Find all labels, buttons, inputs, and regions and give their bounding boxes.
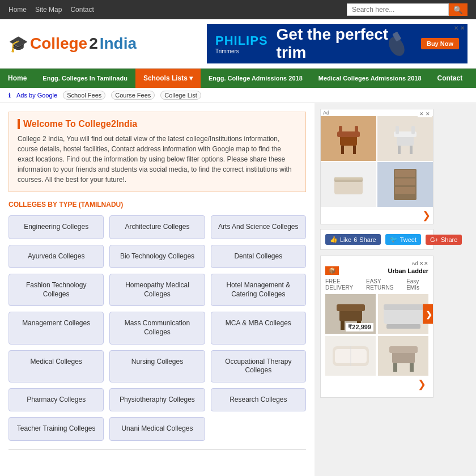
college-btn-medical[interactable]: Medical Colleges (8, 350, 104, 382)
search-input[interactable] (347, 3, 449, 16)
college-btn-hotel-mgmt[interactable]: Hotel Management & Catering Colleges (211, 274, 306, 306)
college-btn-nursing[interactable]: Nursing Colleges (109, 350, 205, 382)
chair2-icon (381, 338, 426, 375)
orange-arrow-icon: ❯ (321, 207, 433, 224)
top-bar: Home Site Map Contact 🔍 (0, 0, 476, 19)
college-btn-unani[interactable]: Unani Medical Colleges (109, 417, 205, 441)
shaver-icon (382, 29, 411, 58)
section-title: COLLEGES BY TYPE (TAMILNADU) (8, 201, 306, 209)
pillow-icon (328, 338, 373, 375)
twitter-icon: 🐦 (390, 236, 398, 243)
college-btn-architecture[interactable]: Architecture Colleges (109, 215, 205, 239)
topbar-contact[interactable]: Contact (70, 6, 94, 14)
ads-by-google-label: Ads by Google (16, 92, 57, 99)
ad-tagline: Trimmers (215, 48, 268, 54)
content-divider (8, 449, 306, 450)
svg-rect-16 (334, 177, 363, 180)
ad-close-icon[interactable]: ✕ ✕ (454, 25, 465, 31)
svg-rect-7 (355, 126, 358, 134)
college-btn-arts-science[interactable]: Arts And Science Colleges (211, 215, 306, 239)
social-buttons: 👍 Like 6 Share 🐦 Tweet G+ Share (320, 229, 434, 250)
top-bar-nav[interactable]: Home Site Map Contact (8, 6, 94, 14)
svg-rect-20 (395, 187, 415, 194)
college-btn-ayurveda[interactable]: Ayurveda Colleges (8, 245, 104, 269)
nav-medical-admissions[interactable]: Medical Colleges Admissions 2018 (311, 69, 430, 87)
furniture-items-grid: ₹22,999 ❯ (325, 294, 428, 334)
nav-contact[interactable]: Contact (430, 69, 471, 88)
ad-brand-area: PHILIPS Trimmers (215, 33, 268, 54)
chair-light (377, 116, 433, 161)
share-label: Share (359, 236, 376, 243)
furniture-mattress-item: ❯ (378, 294, 428, 334)
college-btn-teacher-training[interactable]: Teacher Training Colleges (8, 417, 104, 441)
college-btn-empty (211, 417, 306, 441)
svg-rect-26 (384, 304, 423, 310)
topbar-sitemap[interactable]: Site Map (35, 6, 62, 14)
college-btn-physiotherapy[interactable]: Physiotheraphy Colleges (109, 388, 205, 412)
college-btn-biotech[interactable]: Bio Technology Colleges (109, 245, 205, 269)
furniture-ad-container: Ad ✕✕ (325, 261, 428, 266)
nav-schools-lists[interactable]: Schools Lists ▾ (135, 69, 201, 88)
ads-by-google-icon: ℹ (8, 92, 11, 99)
main-layout: Welcome To College2India College 2 India… (0, 103, 476, 476)
mattress-item (321, 162, 376, 207)
college-btn-research[interactable]: Research Colleges (211, 388, 306, 412)
nav-home[interactable]: Home (0, 69, 35, 88)
svg-rect-23 (341, 321, 345, 330)
price-tag: ₹22,999 (346, 323, 373, 332)
college-btn-mass-comm[interactable]: Mass Communication Colleges (109, 312, 205, 344)
chair-brown (321, 116, 376, 161)
svg-rect-11 (410, 146, 413, 154)
nav-engg-admissions[interactable]: Engg. College Admissions 2018 (201, 69, 311, 87)
welcome-title: Welcome To College2India (18, 119, 297, 129)
college-btn-pharmacy[interactable]: Pharmacy Colleges (8, 388, 104, 412)
svg-rect-33 (393, 363, 397, 372)
facebook-like-button[interactable]: 👍 Like 6 Share (325, 234, 381, 245)
furniture-chair-item: ₹22,999 (325, 294, 376, 334)
course-fees-tag[interactable]: Course Fees (111, 91, 155, 100)
ad-cta-button[interactable]: Buy Now (421, 38, 459, 49)
college-btn-management[interactable]: Management Colleges (8, 312, 104, 344)
svg-rect-22 (337, 304, 365, 311)
chairs-grid (321, 116, 433, 207)
tweet-label: Tweet (400, 236, 416, 243)
footer-space (8, 458, 306, 476)
school-fees-tag[interactable]: School Fees (63, 91, 105, 100)
ads-bar: ℹ Ads by Google School Fees Course Fees … (0, 88, 476, 103)
gplus-share-button[interactable]: G+ Share (426, 235, 462, 245)
colleges-section: COLLEGES BY TYPE (TAMILNADU) Engineering… (8, 201, 306, 441)
furniture-features: FREE DELIVERY EASY RETURNS Easy EMIs (325, 278, 428, 291)
sidebar-ad-chairs: ✕ ✕ Ad (320, 109, 434, 224)
thumb-up-icon: 👍 (330, 236, 338, 243)
logo: 🎓 College 2 India (8, 35, 137, 53)
topbar-home[interactable]: Home (8, 6, 27, 14)
ad-brand: PHILIPS (215, 33, 268, 48)
college-btn-dental[interactable]: Dental Colleges (211, 245, 306, 269)
college-btn-engineering[interactable]: Engineering Colleges (8, 215, 104, 239)
twitter-tweet-button[interactable]: 🐦 Tweet (385, 234, 421, 245)
ad-close-chairs[interactable]: ✕ ✕ (418, 110, 432, 117)
furniture-arrow-icon: ❯ (325, 376, 428, 393)
like-count: 6 (354, 236, 357, 243)
sidebar: ✕ ✕ Ad (314, 103, 439, 476)
logo-india: India (100, 35, 137, 53)
colleges-grid: Engineering Colleges Architecture Colleg… (8, 215, 306, 441)
gplus-share-label: Share (441, 236, 457, 243)
college-btn-occupational[interactable]: Occupational Therapy Colleges (211, 350, 306, 382)
ad-label-furniture: Ad ✕✕ (325, 261, 428, 266)
chair-brown-icon (329, 117, 368, 160)
college-btn-homeopathy[interactable]: Homeopathy Medical Colleges (109, 274, 205, 306)
nav-engg-colleges[interactable]: Engg. Colleges In Tamilnadu (35, 69, 135, 87)
svg-rect-34 (410, 363, 414, 372)
college-btn-mca-mba[interactable]: MCA & MBA Colleges (211, 312, 306, 344)
furniture-items-grid2 (325, 336, 428, 376)
college-list-tag[interactable]: College List (160, 91, 201, 100)
ad-banner: ✕ ✕ PHILIPS Trimmers Get the perfect tri… (207, 24, 468, 63)
search-button[interactable]: 🔍 (449, 3, 468, 16)
next-arrow-button[interactable]: ❯ (423, 304, 434, 324)
college-btn-fashion[interactable]: Fashion Technology Colleges (8, 274, 104, 306)
feature-emis: Easy EMIs (406, 278, 428, 291)
svg-rect-5 (353, 146, 356, 154)
content-area: Welcome To College2India College 2 India… (0, 103, 314, 476)
svg-rect-10 (398, 146, 401, 154)
